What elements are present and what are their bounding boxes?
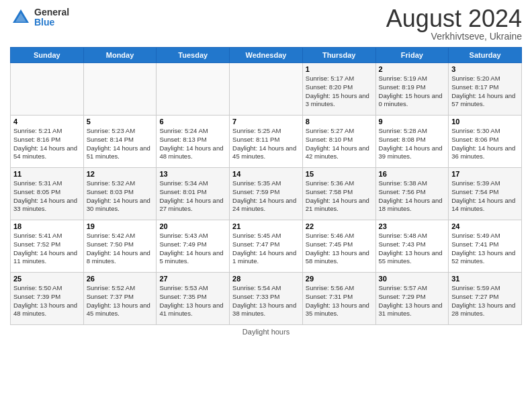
- day-info: Sunrise: 5:28 AMSunset: 8:08 PMDaylight:…: [379, 127, 446, 161]
- day-info: Sunrise: 5:43 AMSunset: 7:49 PMDaylight:…: [159, 232, 226, 266]
- day-number: 3: [451, 65, 519, 73]
- calendar-day-header: Monday: [83, 48, 157, 63]
- calendar-cell: 16Sunrise: 5:38 AMSunset: 7:56 PMDayligh…: [375, 168, 449, 220]
- calendar-cell: 9Sunrise: 5:28 AMSunset: 8:08 PMDaylight…: [375, 116, 449, 168]
- day-info: Sunrise: 5:45 AMSunset: 7:47 PMDaylight:…: [232, 232, 300, 266]
- day-number: 9: [379, 118, 446, 126]
- day-number: 20: [159, 222, 226, 230]
- day-number: 2: [379, 65, 446, 73]
- day-info: Sunrise: 5:36 AMSunset: 7:58 PMDaylight:…: [306, 179, 373, 214]
- day-info: Sunrise: 5:19 AMSunset: 8:19 PMDaylight:…: [379, 75, 446, 109]
- day-number: 28: [232, 275, 300, 283]
- calendar-day-header: Sunday: [11, 48, 84, 63]
- calendar-cell: 7Sunrise: 5:25 AMSunset: 8:11 PMDaylight…: [230, 116, 303, 168]
- day-info: Sunrise: 5:32 AMSunset: 8:03 PMDaylight:…: [87, 179, 154, 214]
- calendar-cell: 2Sunrise: 5:19 AMSunset: 8:19 PMDaylight…: [375, 63, 449, 116]
- calendar-cell: 24Sunrise: 5:49 AMSunset: 7:41 PMDayligh…: [449, 220, 522, 273]
- day-number: 14: [232, 170, 300, 178]
- day-info: Sunrise: 5:52 AMSunset: 7:37 PMDaylight:…: [87, 284, 154, 318]
- calendar-cell: 11Sunrise: 5:31 AMSunset: 8:05 PMDayligh…: [11, 168, 84, 220]
- day-number: 5: [87, 118, 154, 126]
- calendar-cell: 8Sunrise: 5:27 AMSunset: 8:10 PMDaylight…: [302, 116, 375, 168]
- calendar-week-row: 4Sunrise: 5:21 AMSunset: 8:16 PMDaylight…: [11, 116, 522, 168]
- calendar-week-row: 18Sunrise: 5:41 AMSunset: 7:52 PMDayligh…: [11, 220, 522, 273]
- calendar-table: SundayMondayTuesdayWednesdayThursdayFrid…: [10, 47, 522, 325]
- location: Verkhivtseve, Ukraine: [386, 31, 522, 42]
- day-info: Sunrise: 5:20 AMSunset: 8:17 PMDaylight:…: [451, 75, 519, 109]
- day-number: 8: [306, 118, 373, 126]
- day-number: 6: [159, 118, 226, 126]
- day-number: 15: [306, 170, 373, 178]
- day-info: Sunrise: 5:25 AMSunset: 8:11 PMDaylight:…: [232, 127, 300, 161]
- day-number: 22: [306, 222, 373, 230]
- calendar-cell: 6Sunrise: 5:24 AMSunset: 8:13 PMDaylight…: [157, 116, 230, 168]
- calendar-cell: 17Sunrise: 5:39 AMSunset: 7:54 PMDayligh…: [449, 168, 522, 220]
- calendar-cell: 3Sunrise: 5:20 AMSunset: 8:17 PMDaylight…: [449, 63, 522, 116]
- day-number: 16: [379, 170, 446, 178]
- calendar-week-row: 11Sunrise: 5:31 AMSunset: 8:05 PMDayligh…: [11, 168, 522, 220]
- daylight-label: Daylight hours: [242, 328, 290, 336]
- calendar-cell: 19Sunrise: 5:42 AMSunset: 7:50 PMDayligh…: [83, 220, 157, 273]
- calendar-cell: 13Sunrise: 5:34 AMSunset: 8:01 PMDayligh…: [157, 168, 230, 220]
- calendar-cell: 5Sunrise: 5:23 AMSunset: 8:14 PMDaylight…: [83, 116, 157, 168]
- logo: General Blue: [10, 7, 69, 28]
- header: General Blue August 2024 Verkhivtseve, U…: [10, 7, 522, 42]
- day-number: 11: [13, 170, 81, 178]
- day-info: Sunrise: 5:35 AMSunset: 7:59 PMDaylight:…: [232, 179, 300, 214]
- calendar-header-row: SundayMondayTuesdayWednesdayThursdayFrid…: [11, 48, 522, 63]
- day-number: 19: [87, 222, 154, 230]
- day-number: 12: [87, 170, 154, 178]
- day-number: 21: [232, 222, 300, 230]
- calendar-cell: 29Sunrise: 5:56 AMSunset: 7:31 PMDayligh…: [302, 273, 375, 325]
- logo-general-text: General: [34, 7, 69, 17]
- calendar-cell: 18Sunrise: 5:41 AMSunset: 7:52 PMDayligh…: [11, 220, 84, 273]
- calendar-cell: 31Sunrise: 5:59 AMSunset: 7:27 PMDayligh…: [449, 273, 522, 325]
- calendar-cell: 28Sunrise: 5:54 AMSunset: 7:33 PMDayligh…: [230, 273, 303, 325]
- day-info: Sunrise: 5:42 AMSunset: 7:50 PMDaylight:…: [87, 232, 154, 266]
- day-info: Sunrise: 5:57 AMSunset: 7:29 PMDaylight:…: [379, 284, 446, 318]
- calendar-cell: [230, 63, 303, 116]
- day-info: Sunrise: 5:38 AMSunset: 7:56 PMDaylight:…: [379, 179, 446, 214]
- calendar-day-header: Wednesday: [230, 48, 303, 63]
- logo-icon: [10, 7, 32, 28]
- day-number: 4: [13, 118, 81, 126]
- day-info: Sunrise: 5:56 AMSunset: 7:31 PMDaylight:…: [306, 284, 373, 318]
- day-number: 17: [451, 170, 519, 178]
- day-number: 25: [13, 275, 81, 283]
- day-number: 30: [379, 275, 446, 283]
- day-info: Sunrise: 5:23 AMSunset: 8:14 PMDaylight:…: [87, 127, 154, 161]
- day-number: 7: [232, 118, 300, 126]
- day-info: Sunrise: 5:30 AMSunset: 8:06 PMDaylight:…: [451, 127, 519, 161]
- calendar-week-row: 1Sunrise: 5:17 AMSunset: 8:20 PMDaylight…: [11, 63, 522, 116]
- calendar-week-row: 25Sunrise: 5:50 AMSunset: 7:39 PMDayligh…: [11, 273, 522, 325]
- logo-text: General Blue: [34, 7, 69, 28]
- day-number: 29: [306, 275, 373, 283]
- day-info: Sunrise: 5:46 AMSunset: 7:45 PMDaylight:…: [306, 232, 373, 266]
- calendar-cell: 10Sunrise: 5:30 AMSunset: 8:06 PMDayligh…: [449, 116, 522, 168]
- day-number: 18: [13, 222, 81, 230]
- day-info: Sunrise: 5:49 AMSunset: 7:41 PMDaylight:…: [451, 232, 519, 266]
- calendar-cell: 30Sunrise: 5:57 AMSunset: 7:29 PMDayligh…: [375, 273, 449, 325]
- calendar-cell: 15Sunrise: 5:36 AMSunset: 7:58 PMDayligh…: [302, 168, 375, 220]
- day-number: 23: [379, 222, 446, 230]
- day-number: 1: [306, 65, 373, 73]
- day-info: Sunrise: 5:48 AMSunset: 7:43 PMDaylight:…: [379, 232, 446, 266]
- calendar-day-header: Tuesday: [157, 48, 230, 63]
- calendar-cell: 26Sunrise: 5:52 AMSunset: 7:37 PMDayligh…: [83, 273, 157, 325]
- calendar-cell: [83, 63, 157, 116]
- day-info: Sunrise: 5:34 AMSunset: 8:01 PMDaylight:…: [159, 179, 226, 214]
- footer-note: Daylight hours: [10, 328, 522, 336]
- day-number: 27: [159, 275, 226, 283]
- day-info: Sunrise: 5:31 AMSunset: 8:05 PMDaylight:…: [13, 179, 81, 214]
- day-info: Sunrise: 5:39 AMSunset: 7:54 PMDaylight:…: [451, 179, 519, 214]
- calendar-cell: 27Sunrise: 5:53 AMSunset: 7:35 PMDayligh…: [157, 273, 230, 325]
- calendar-cell: 4Sunrise: 5:21 AMSunset: 8:16 PMDaylight…: [11, 116, 84, 168]
- day-info: Sunrise: 5:24 AMSunset: 8:13 PMDaylight:…: [159, 127, 226, 161]
- calendar-cell: 20Sunrise: 5:43 AMSunset: 7:49 PMDayligh…: [157, 220, 230, 273]
- calendar-cell: 23Sunrise: 5:48 AMSunset: 7:43 PMDayligh…: [375, 220, 449, 273]
- day-info: Sunrise: 5:50 AMSunset: 7:39 PMDaylight:…: [13, 284, 81, 318]
- calendar-cell: 12Sunrise: 5:32 AMSunset: 8:03 PMDayligh…: [83, 168, 157, 220]
- calendar-cell: [157, 63, 230, 116]
- day-number: 13: [159, 170, 226, 178]
- calendar-cell: 25Sunrise: 5:50 AMSunset: 7:39 PMDayligh…: [11, 273, 84, 325]
